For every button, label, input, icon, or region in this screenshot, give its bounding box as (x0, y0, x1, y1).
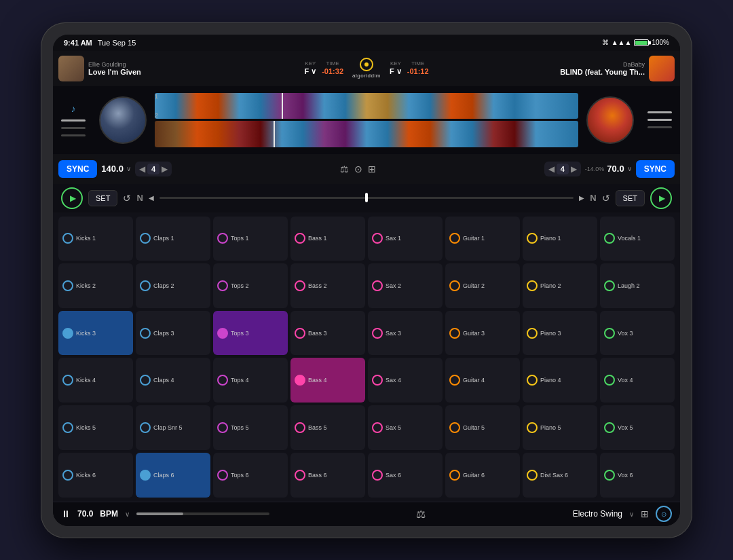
pad-cell[interactable]: Bass 3 (290, 311, 365, 356)
pad-icon (140, 375, 151, 386)
right-cue-fwd[interactable]: ▶ (579, 194, 584, 202)
pad-cell[interactable]: Guitar 6 (445, 453, 520, 498)
pad-cell[interactable]: Piano 1 (523, 217, 597, 261)
left-cue-n[interactable]: N (136, 193, 143, 203)
right-eq-bar-3[interactable] (647, 126, 672, 128)
pad-cell[interactable]: Tops 5 (213, 405, 288, 450)
pad-cell[interactable]: Piano 2 (523, 263, 597, 308)
pad-cell[interactable]: Claps 4 (136, 358, 210, 403)
left-bpm-dropdown[interactable]: ∨ (126, 165, 131, 172)
pad-cell[interactable]: Vox 6 (600, 453, 675, 498)
grid-icon[interactable]: ⊞ (368, 164, 376, 174)
left-loop-button[interactable]: ↺ (123, 193, 131, 204)
pad-cell[interactable]: Kicks 6 (58, 453, 133, 498)
pad-cell[interactable]: Dist Sax 6 (523, 453, 597, 498)
pad-cell[interactable]: Kicks 1 (58, 217, 133, 261)
pad-cell[interactable]: Tops 2 (213, 263, 288, 308)
pad-cell[interactable]: Guitar 5 (445, 405, 520, 450)
crossfader-handle[interactable] (365, 193, 368, 202)
pad-cell[interactable]: Bass 5 (290, 405, 365, 450)
right-loop-nav: ◀ 4 ▶ (544, 162, 581, 176)
pad-cell[interactable]: Bass 4 (290, 358, 365, 403)
pad-cell[interactable]: Sax 5 (368, 405, 443, 450)
waveform-marker-1: 1 (155, 93, 158, 100)
left-loop-count[interactable]: 4 (147, 164, 159, 174)
left-sync-button[interactable]: SYNC (58, 160, 97, 178)
pad-cell[interactable]: Tops 3 (213, 311, 288, 356)
pad-cell[interactable]: Piano 4 (523, 358, 597, 403)
right-album-art[interactable] (649, 56, 675, 81)
crossfader[interactable] (159, 197, 574, 199)
pad-cell[interactable]: Clap Snr 5 (136, 405, 210, 450)
pad-cell[interactable]: Claps 3 (136, 311, 210, 356)
pad-cell[interactable]: Sax 2 (368, 263, 443, 308)
pad-cell[interactable]: Kicks 3 (58, 311, 133, 356)
right-sync-button[interactable]: SYNC (636, 160, 675, 178)
pad-label: Bass 2 (308, 282, 327, 289)
pad-cell[interactable]: Tops 4 (213, 358, 288, 403)
pad-cell[interactable]: Claps 1 (136, 217, 210, 261)
left-album-art[interactable] (58, 56, 84, 81)
pad-cell[interactable]: Kicks 4 (58, 358, 133, 403)
left-set-button[interactable]: SET (88, 190, 117, 206)
left-cue-back[interactable]: ◀ (149, 194, 154, 202)
pad-cell[interactable]: Vox 4 (600, 358, 675, 403)
waveform-track-bottom[interactable] (155, 121, 578, 147)
grid-dots-button[interactable]: ⊞ (641, 508, 649, 519)
right-track-title: BLIND (feat. Young Th... (433, 68, 645, 76)
pad-cell[interactable]: Tops 6 (213, 453, 288, 498)
pad-icon (217, 328, 228, 339)
left-eq-bar-1[interactable] (61, 119, 86, 122)
pad-cell[interactable]: Sax 3 (368, 311, 443, 356)
right-eq-bar-2[interactable] (647, 119, 672, 121)
settings-button[interactable]: ⊙ (656, 506, 672, 522)
right-play-button[interactable]: ▶ (650, 187, 672, 209)
pad-cell[interactable]: Claps 2 (136, 263, 210, 308)
right-loop-button[interactable]: ↺ (602, 193, 610, 204)
pad-cell[interactable]: Guitar 1 (445, 217, 520, 261)
bottom-bpm-dropdown[interactable]: ∨ (125, 510, 130, 518)
left-eq-bar-3[interactable] (61, 134, 86, 136)
left-loop-next[interactable]: ▶ (162, 164, 168, 174)
pad-cell[interactable]: Kicks 2 (58, 263, 133, 308)
right-set-button[interactable]: SET (616, 190, 645, 206)
right-turntable[interactable] (586, 96, 634, 144)
pad-cell[interactable]: Kicks 5 (58, 405, 133, 450)
right-loop-count[interactable]: 4 (557, 164, 569, 174)
pad-cell[interactable]: Sax 4 (368, 358, 443, 403)
pad-cell[interactable]: Piano 3 (523, 311, 597, 356)
pad-cell[interactable]: Bass 1 (290, 217, 365, 261)
pad-cell[interactable]: Piano 5 (523, 405, 597, 450)
left-eq-bar-2[interactable] (61, 127, 86, 129)
pad-cell[interactable]: Vox 3 (600, 311, 675, 356)
pad-cell[interactable]: Guitar 3 (445, 311, 520, 356)
pad-cell[interactable]: Sax 6 (368, 453, 443, 498)
pad-icon (372, 422, 383, 433)
right-cue-n[interactable]: N (590, 193, 596, 203)
pad-cell[interactable]: Laugh 2 (600, 263, 675, 308)
pad-cell[interactable]: Vox 5 (600, 405, 675, 450)
progress-bar[interactable] (136, 512, 269, 515)
pause-button[interactable]: ⏸ (61, 508, 71, 519)
center-mixer-icon[interactable]: ⚖ (416, 508, 426, 521)
mixer-icon[interactable]: ⚖ (340, 164, 349, 174)
waveform-track-top[interactable] (155, 93, 578, 119)
pad-cell[interactable]: Vocals 1 (600, 217, 675, 261)
pad-cell[interactable]: Bass 6 (290, 453, 365, 498)
pad-cell[interactable]: Claps 6 (136, 453, 210, 498)
left-loop-prev[interactable]: ◀ (139, 164, 145, 174)
right-eq-bar-1[interactable] (647, 111, 672, 113)
left-turntable[interactable] (99, 96, 147, 144)
right-loop-prev[interactable]: ◀ (548, 164, 555, 174)
right-bpm-dropdown[interactable]: ∨ (627, 165, 632, 172)
genre-dropdown[interactable]: ∨ (629, 510, 634, 518)
pad-icon (217, 422, 228, 433)
pad-cell[interactable]: Bass 2 (290, 263, 365, 308)
vinyl-icon[interactable]: ⊙ (354, 164, 362, 174)
right-loop-next[interactable]: ▶ (571, 164, 577, 174)
pad-cell[interactable]: Tops 1 (213, 217, 288, 261)
pad-cell[interactable]: Guitar 2 (445, 263, 520, 308)
pad-cell[interactable]: Sax 1 (368, 217, 443, 261)
left-play-button[interactable]: ▶ (61, 187, 83, 209)
pad-cell[interactable]: Guitar 4 (445, 358, 520, 403)
